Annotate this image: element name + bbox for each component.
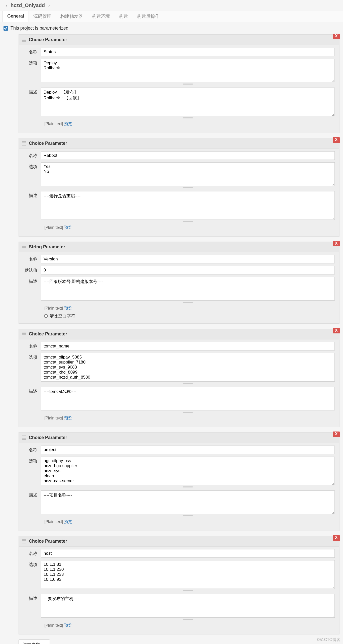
form-label: 描述	[23, 277, 41, 284]
description-textarea[interactable]	[41, 88, 335, 116]
param-type-label: Choice Parameter	[29, 37, 67, 42]
description-textarea[interactable]	[41, 387, 335, 410]
resize-handle[interactable]	[41, 515, 335, 517]
delete-button[interactable]: X	[333, 432, 340, 437]
resize-handle[interactable]	[41, 590, 335, 592]
description-textarea[interactable]	[41, 490, 335, 514]
param-type-label: Choice Parameter	[29, 141, 67, 146]
resize-handle[interactable]	[41, 221, 335, 223]
name-input[interactable]	[41, 48, 335, 56]
resize-handle[interactable]	[41, 83, 335, 85]
form-input-wrapper	[41, 191, 335, 223]
form-label: 名称	[23, 255, 41, 262]
form-input-wrapper	[41, 59, 335, 85]
resize-handle[interactable]	[41, 618, 335, 620]
form-row: 名称	[23, 255, 335, 263]
form-row: 选项	[23, 457, 335, 488]
add-param-row: 添加参数 ▼	[19, 639, 339, 644]
resize-handle[interactable]	[41, 382, 335, 384]
choices-textarea[interactable]	[41, 457, 335, 485]
choices-textarea[interactable]	[41, 59, 335, 82]
form-row: 选项	[23, 353, 335, 384]
plaintext-label: [Plain text]	[44, 623, 63, 627]
form-input-wrapper	[41, 457, 335, 488]
default-input[interactable]	[41, 266, 335, 274]
preview-link[interactable]: 预览	[64, 306, 72, 310]
form-label: 选项	[23, 353, 41, 360]
resize-handle[interactable]	[41, 486, 335, 488]
preview-link[interactable]: 预览	[64, 225, 72, 230]
choices-textarea[interactable]	[41, 560, 335, 589]
drag-handle-icon[interactable]	[22, 539, 26, 544]
form-row: 名称	[23, 446, 335, 454]
tab-0[interactable]: General	[3, 11, 29, 22]
preview-link[interactable]: 预览	[64, 416, 72, 420]
delete-button[interactable]: X	[333, 34, 340, 39]
form-row: 描述	[23, 594, 335, 620]
param-type-label: Choice Parameter	[29, 331, 67, 337]
delete-button[interactable]: X	[333, 137, 340, 143]
param-header: Choice Parameter	[19, 329, 339, 339]
param-body: 名称选项描述[Plain text]预览	[19, 149, 339, 236]
form-input-wrapper	[41, 549, 335, 558]
delete-button[interactable]: X	[333, 328, 340, 333]
breadcrumb-name[interactable]: hczd_Onlyadd	[11, 3, 45, 8]
preview-row: [Plain text]预览	[44, 225, 335, 230]
form-row: 描述	[23, 277, 335, 303]
form-label: 名称	[23, 342, 41, 349]
resize-handle[interactable]	[41, 411, 335, 413]
choices-textarea[interactable]	[41, 162, 335, 186]
name-input[interactable]	[41, 446, 335, 454]
breadcrumb-sep: ›	[48, 3, 50, 8]
delete-button[interactable]: X	[333, 535, 340, 541]
param-header: Choice Parameter	[19, 35, 339, 45]
name-input[interactable]	[41, 342, 335, 350]
tabs: General源码管理构建触发器构建环境构建构建后操作	[0, 11, 343, 22]
form-input-wrapper	[41, 387, 335, 413]
param-block-4: XChoice Parameter名称选项描述[Plain text]预览	[19, 432, 339, 531]
description-textarea[interactable]	[41, 191, 335, 220]
plaintext-label: [Plain text]	[44, 225, 63, 230]
choices-textarea[interactable]	[41, 353, 335, 382]
plaintext-label: [Plain text]	[44, 122, 63, 126]
delete-button[interactable]: X	[333, 241, 340, 246]
tab-1[interactable]: 源码管理	[29, 11, 56, 22]
form-label: 名称	[23, 48, 41, 55]
tab-4[interactable]: 构建	[115, 11, 133, 22]
trim-label: 清除空白字符	[50, 313, 75, 319]
drag-handle-icon[interactable]	[22, 38, 26, 42]
form-row: 选项	[23, 162, 335, 189]
watermark: ©51CTO博客	[317, 637, 340, 642]
name-input[interactable]	[41, 151, 335, 160]
resize-handle[interactable]	[41, 187, 335, 189]
name-input[interactable]	[41, 549, 335, 558]
preview-link[interactable]: 预览	[64, 122, 72, 126]
tab-3[interactable]: 构建环境	[87, 11, 115, 22]
description-textarea[interactable]	[41, 594, 335, 618]
preview-link[interactable]: 预览	[64, 623, 72, 627]
resize-handle[interactable]	[41, 117, 335, 119]
tab-5[interactable]: 构建后操作	[133, 11, 164, 22]
drag-handle-icon[interactable]	[22, 245, 26, 249]
form-input-wrapper	[41, 490, 335, 517]
drag-handle-icon[interactable]	[22, 141, 26, 146]
name-input[interactable]	[41, 255, 335, 263]
breadcrumb-sep: ›	[6, 3, 7, 8]
form-label: 名称	[23, 446, 41, 453]
resize-handle[interactable]	[41, 301, 335, 303]
parameterized-checkbox[interactable]	[4, 26, 8, 31]
preview-link[interactable]: 预览	[64, 520, 72, 524]
general-content: This project is parameterized XChoice Pa…	[0, 22, 343, 644]
parameterized-row: This project is parameterized	[4, 26, 339, 31]
trim-checkbox[interactable]	[44, 314, 48, 318]
form-row: 默认值	[23, 266, 335, 274]
drag-handle-icon[interactable]	[22, 332, 26, 336]
drag-handle-icon[interactable]	[22, 436, 26, 440]
description-textarea[interactable]	[41, 277, 335, 301]
form-input-wrapper	[41, 266, 335, 274]
param-body: 名称选项描述[Plain text]预览	[19, 339, 339, 427]
tab-2[interactable]: 构建触发器	[56, 11, 87, 22]
preview-row: [Plain text]预览	[44, 121, 335, 127]
add-param-button[interactable]: 添加参数 ▼	[19, 639, 50, 644]
breadcrumb: › hczd_Onlyadd ›	[0, 0, 343, 11]
